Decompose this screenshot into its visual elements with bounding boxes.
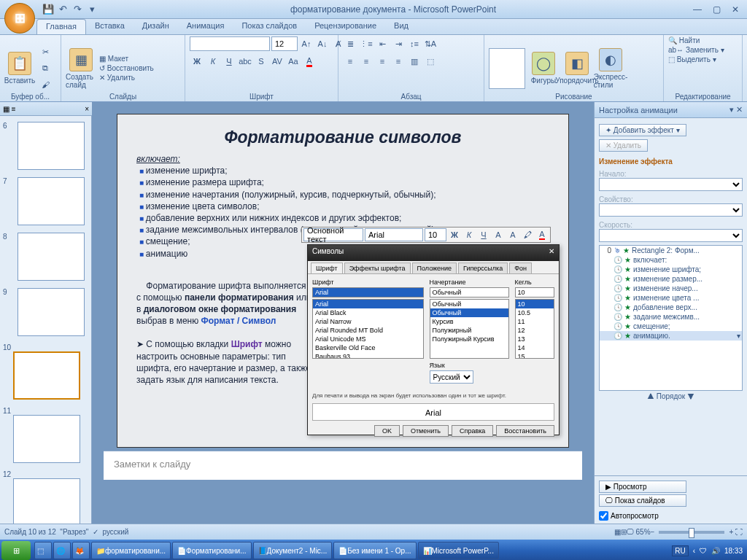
dlg-ok-button[interactable]: OK <box>374 425 400 437</box>
shadow-icon[interactable]: S <box>254 54 268 69</box>
dlg-font-input[interactable]: Arial <box>312 287 424 298</box>
font-family-combo[interactable] <box>190 36 270 51</box>
dlg-tab-position[interactable]: Положение <box>412 262 457 273</box>
dlg-lang-select[interactable]: Русский <box>430 370 473 384</box>
columns-icon[interactable]: ▥ <box>407 54 422 69</box>
mini-highlight-icon[interactable]: 🖍 <box>521 228 534 241</box>
dlg-tab-hyperlink[interactable]: Гиперссылка <box>458 262 508 273</box>
qat-more-icon[interactable]: ▾ <box>86 4 98 15</box>
grow-font-icon[interactable]: A↑ <box>299 36 314 51</box>
taskbar-item[interactable]: 📄 Форматировани... <box>172 542 251 559</box>
mini-toolbar[interactable]: Основной текст Arial 10 Ж К Ч A A 🖍 A <box>301 227 551 243</box>
minimize-button[interactable]: — <box>689 3 706 16</box>
mini-font-size[interactable]: 10 <box>425 228 446 241</box>
save-icon[interactable]: 💾 <box>42 4 54 15</box>
anim-pane-dropdown-icon[interactable]: ▾ <box>729 105 734 114</box>
tray-icon[interactable]: ‹ <box>693 547 695 555</box>
dlg-font-list[interactable]: Arial Arial Black Arial Narrow Arial Rou… <box>312 299 424 359</box>
tab-animation[interactable]: Анимация <box>178 19 233 34</box>
bullets-icon[interactable]: ≣ <box>343 36 357 51</box>
line-spacing-icon[interactable]: ↕≡ <box>407 36 422 51</box>
tray-clock[interactable]: 18:33 <box>724 547 743 555</box>
thumbnail-10[interactable] <box>13 351 80 400</box>
tray-lang[interactable]: RU <box>672 545 688 556</box>
outline-tab-icon[interactable]: ≡ <box>12 105 16 113</box>
taskbar-item[interactable]: 📘 Документ2 - Mic... <box>253 542 333 559</box>
zoom-out-icon[interactable]: − <box>651 528 655 536</box>
dlg-tab-bg[interactable]: Фон <box>509 262 532 273</box>
thumbnail-9[interactable] <box>18 288 85 336</box>
smartart-icon[interactable]: ⬚ <box>423 54 438 69</box>
zoom-in-icon[interactable]: + <box>729 528 733 536</box>
taskbar-item-active[interactable]: 📊 Microsoft PowerP... <box>418 542 499 559</box>
fit-icon[interactable]: ⛶ <box>735 528 743 536</box>
font-size-combo[interactable]: 12 <box>271 36 298 51</box>
dlg-help-button[interactable]: Справка <box>452 425 493 437</box>
bold-icon[interactable]: Ж <box>190 54 204 69</box>
format-painter-icon[interactable]: 🖌 <box>38 77 53 92</box>
undo-icon[interactable]: ↶ <box>57 4 69 15</box>
slide-canvas[interactable]: Форматирование символов включает: измене… <box>117 114 569 448</box>
thumbnail-11[interactable] <box>13 415 80 463</box>
dlg-tab-effects[interactable]: Эффекты шрифта <box>344 262 411 273</box>
taskbar-item[interactable]: 📄 Без имени 1 - Op... <box>333 542 416 559</box>
strike-icon[interactable]: abc <box>238 54 252 69</box>
dlg-cancel-button[interactable]: Отменить <box>403 425 449 437</box>
thumbnail-6[interactable] <box>18 122 85 170</box>
dlg-style-input[interactable]: Обычный <box>430 287 509 298</box>
thumbnail-7[interactable] <box>18 177 85 225</box>
shrink-font-icon[interactable]: A↓ <box>315 36 330 51</box>
shapes-gallery[interactable] <box>489 48 525 89</box>
tab-view[interactable]: Вид <box>385 19 417 34</box>
align-left-icon[interactable]: ≡ <box>343 54 357 69</box>
slides-tab-icon[interactable]: ▦ <box>3 105 9 113</box>
quick-launch-icon[interactable]: 🦊 <box>72 542 90 559</box>
arrange-button[interactable]: ◧Упорядочить <box>562 52 592 85</box>
play-button[interactable]: ▶ Просмотр <box>599 481 686 493</box>
zoom-slider[interactable] <box>659 531 724 534</box>
thumbnail-12[interactable] <box>13 478 80 524</box>
align-center-icon[interactable]: ≡ <box>359 54 374 69</box>
mini-font-name[interactable]: Arial <box>365 228 423 241</box>
shapes-button[interactable]: ◯Фигуры <box>528 52 559 85</box>
tab-design[interactable]: Дизайн <box>133 19 178 34</box>
pane-close-icon[interactable]: × <box>85 105 89 113</box>
tray-icon[interactable]: 🔊 <box>711 547 720 555</box>
indent-inc-icon[interactable]: ⇥ <box>391 36 406 51</box>
notes-pane[interactable]: Заметки к слайду <box>104 451 582 480</box>
mini-font-box[interactable]: Основной текст <box>303 228 363 241</box>
zoom-percent[interactable]: 65% <box>636 528 651 536</box>
property-select[interactable] <box>599 203 743 217</box>
slideshow-button[interactable]: 🖵 Показ слайдов <box>599 494 686 507</box>
tab-home[interactable]: Главная <box>36 19 86 34</box>
slide-title[interactable]: Форматирование символов <box>136 128 549 147</box>
view-normal-icon[interactable]: ▦ <box>614 528 621 536</box>
replace-button[interactable]: ab↔ Заменить ▾ <box>668 46 724 54</box>
anim-pane-close-icon[interactable]: ✕ <box>736 105 743 114</box>
layout-button[interactable]: ▦ Макет <box>99 55 154 63</box>
spellcheck-icon[interactable]: ✓ <box>93 528 98 536</box>
remove-effect-button[interactable]: ✕ Удалить <box>599 139 648 152</box>
reorder-down-icon[interactable]: ⯆ <box>687 392 694 400</box>
mini-underline-icon[interactable]: Ч <box>477 228 490 241</box>
redo-icon[interactable]: ↷ <box>71 4 83 15</box>
cut-icon[interactable]: ✂ <box>38 45 53 60</box>
quick-launch-icon[interactable]: 🌐 <box>53 542 71 559</box>
mini-bold-icon[interactable]: Ж <box>448 228 461 241</box>
case-icon[interactable]: Aa <box>286 54 301 69</box>
font-color-icon[interactable]: A <box>302 54 317 69</box>
taskbar-item[interactable]: 📁 форматировани... <box>91 542 171 559</box>
mini-italic-icon[interactable]: К <box>462 228 476 241</box>
italic-icon[interactable]: К <box>206 54 220 69</box>
align-right-icon[interactable]: ≡ <box>375 54 390 69</box>
tab-review[interactable]: Рецензирование <box>306 19 385 34</box>
delete-slide-button[interactable]: ✕ Удалить <box>99 74 154 82</box>
dialog-close-icon[interactable]: ✕ <box>549 247 554 259</box>
select-button[interactable]: ⬚ Выделить ▾ <box>668 55 716 63</box>
office-button[interactable]: ⊞ <box>4 3 35 34</box>
thumbnail-8[interactable] <box>18 233 85 281</box>
dlg-tab-font[interactable]: Шрифт <box>311 262 343 273</box>
tab-insert[interactable]: Вставка <box>86 19 133 34</box>
start-button[interactable]: ⊞ <box>1 541 31 560</box>
justify-icon[interactable]: ≡ <box>391 54 406 69</box>
